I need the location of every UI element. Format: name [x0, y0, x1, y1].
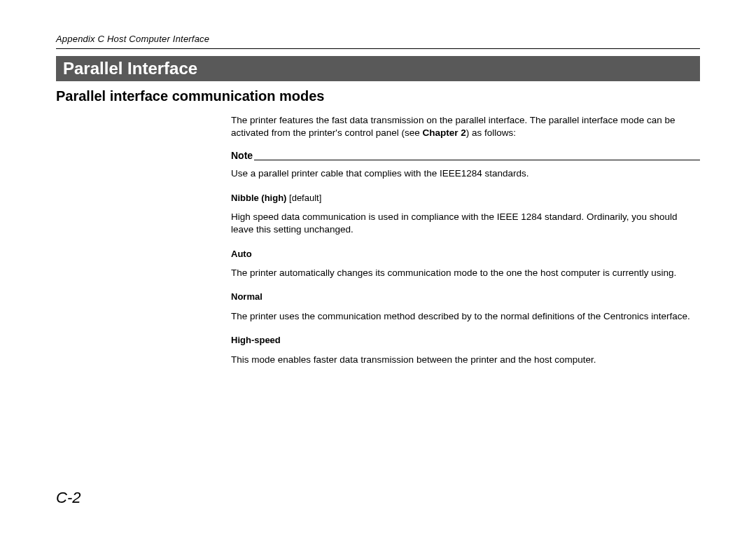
note-text: Use a parallel printer cable that compli…	[231, 167, 700, 180]
mode-auto-desc: The printer automatically changes its co…	[231, 267, 700, 279]
subsection-title: Parallel interface communication modes	[56, 88, 700, 104]
mode-highspeed-desc: This mode enables faster data transmissi…	[231, 354, 700, 366]
mode-nibble-title: Nibble (high) [default]	[231, 192, 700, 204]
mode-highspeed-name: High-speed	[231, 335, 281, 345]
chapter-reference: Chapter 2	[422, 127, 465, 138]
section-banner: Parallel Interface	[56, 56, 700, 81]
mode-nibble-name: Nibble (high)	[231, 193, 286, 203]
page-number: C-2	[56, 489, 80, 507]
intro-paragraph: The printer features the fast data trans…	[231, 114, 700, 139]
mode-auto-name: Auto	[231, 249, 252, 259]
mode-normal-desc: The printer uses the communication metho…	[231, 310, 700, 323]
page: Appendix C Host Computer Interface Paral…	[0, 0, 756, 535]
running-header: Appendix C Host Computer Interface	[56, 34, 700, 44]
mode-nibble-default: [default]	[286, 193, 321, 203]
body-column: The printer features the fast data trans…	[231, 114, 700, 366]
mode-auto-title: Auto	[231, 248, 700, 260]
note-label: Note	[231, 149, 253, 163]
mode-normal-title: Normal	[231, 291, 700, 303]
note-rule	[254, 160, 700, 160]
intro-post: ) as follows:	[466, 127, 516, 138]
mode-highspeed-title: High-speed	[231, 334, 700, 347]
mode-normal-name: Normal	[231, 291, 262, 302]
header-rule	[56, 48, 700, 49]
mode-nibble-desc: High speed data communication is used in…	[231, 211, 700, 236]
note-heading: Note	[231, 149, 700, 163]
